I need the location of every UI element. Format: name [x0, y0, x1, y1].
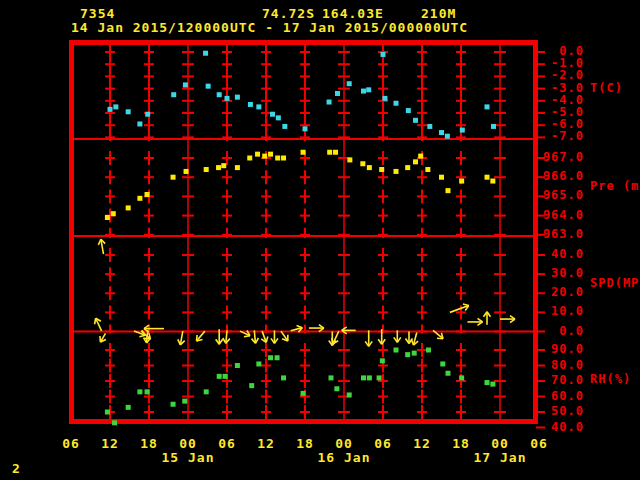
- hour-label: 06: [51, 437, 91, 450]
- temperature-point: [406, 108, 411, 113]
- hour-label: 12: [402, 437, 442, 450]
- pressure-point: [221, 163, 226, 168]
- humidity-tick-label: 80.0: [500, 359, 584, 372]
- temperature-point: [413, 118, 418, 123]
- temperature-point: [217, 92, 222, 97]
- pressure-point: [439, 175, 444, 180]
- temperature-point: [203, 51, 208, 56]
- page-number: 2: [12, 462, 21, 475]
- hour-label: 06: [207, 437, 247, 450]
- wind-arrow: [92, 317, 104, 333]
- humidity-point: [223, 374, 228, 379]
- pressure-point: [413, 159, 418, 164]
- pressure-tick-label: 965.0: [500, 189, 584, 202]
- humidity-point: [440, 361, 445, 366]
- pressure-point: [216, 165, 221, 170]
- humidity-point: [301, 391, 306, 396]
- wind-arrow: [97, 239, 106, 255]
- wind-arrow: [449, 302, 470, 315]
- pressure-point: [111, 211, 116, 216]
- hour-label: 00: [324, 437, 364, 450]
- pressure-point: [235, 165, 240, 170]
- humidity-point: [412, 351, 417, 356]
- temperature-point: [171, 92, 176, 97]
- pressure-point: [425, 167, 430, 172]
- humidity-point: [249, 383, 254, 388]
- humidity-point: [334, 386, 339, 391]
- wind-tick-label: 10.0: [500, 305, 584, 318]
- temperature-point: [394, 101, 399, 106]
- temperature-point: [439, 130, 444, 135]
- pressure-point: [255, 152, 260, 157]
- humidity-tick-label: 90.0: [500, 343, 584, 356]
- hour-label: 00: [480, 437, 520, 450]
- pressure-point: [490, 179, 495, 184]
- humidity-point: [137, 389, 142, 394]
- wind-tick-label: 20.0: [500, 286, 584, 299]
- temperature-point: [206, 84, 211, 89]
- pressure-point: [379, 167, 384, 172]
- humidity-point: [377, 375, 382, 380]
- pressure-point: [137, 196, 142, 201]
- humidity-axis-title: RH(%): [590, 373, 631, 386]
- temperature-point: [485, 104, 490, 109]
- temperature-axis-title: T(C): [590, 82, 623, 95]
- meteogram-screen: 7354 74.72S 164.03E 210M 14 Jan 2015/120…: [0, 0, 640, 480]
- temperature-point: [282, 124, 287, 129]
- humidity-point: [446, 371, 451, 376]
- temperature-point: [137, 121, 142, 126]
- pressure-point: [405, 165, 410, 170]
- humidity-point: [281, 375, 286, 380]
- wind-tick-label: 40.0: [500, 248, 584, 261]
- humidity-tick-label: 50.0: [500, 405, 584, 418]
- humidity-point: [485, 380, 490, 385]
- pressure-point: [367, 165, 372, 170]
- hour-label: 00: [168, 437, 208, 450]
- pressure-point: [459, 179, 464, 184]
- hour-label: 06: [363, 437, 403, 450]
- date-label: 16 Jan: [309, 451, 379, 464]
- pressure-point: [327, 150, 332, 155]
- temperature-point: [248, 102, 253, 107]
- pressure-point: [171, 175, 176, 180]
- wind-arrow: [431, 328, 445, 342]
- temperature-point: [126, 109, 131, 114]
- humidity-tick-label: 60.0: [500, 390, 584, 403]
- temperature-point: [256, 104, 261, 109]
- pressure-point: [105, 215, 110, 220]
- humidity-point: [204, 389, 209, 394]
- temperature-point: [270, 112, 275, 117]
- pressure-point: [275, 156, 280, 161]
- hour-label: 18: [129, 437, 169, 450]
- pressure-tick-label: 964.0: [500, 209, 584, 222]
- wind-axis-title: SPD(MPS): [590, 277, 640, 290]
- temperature-point: [235, 95, 240, 100]
- humidity-point: [347, 392, 352, 397]
- date-label: 15 Jan: [153, 451, 223, 464]
- temperature-point: [427, 124, 432, 129]
- humidity-point: [367, 375, 372, 380]
- temperature-point: [460, 128, 465, 133]
- pressure-tick-label: 966.0: [500, 170, 584, 183]
- wind-arrow: [468, 318, 483, 325]
- temperature-tick-label: -7.0: [500, 130, 584, 143]
- humidity-point: [394, 348, 399, 353]
- pressure-point: [446, 188, 451, 193]
- pressure-point: [204, 167, 209, 172]
- pressure-point: [347, 157, 352, 162]
- temperature-point: [145, 112, 150, 117]
- humidity-point: [145, 389, 150, 394]
- humidity-point: [256, 361, 261, 366]
- humidity-point: [405, 352, 410, 357]
- temperature-point: [445, 134, 450, 139]
- temperature-point: [276, 115, 281, 120]
- hour-label: 12: [246, 437, 286, 450]
- temperature-point: [303, 126, 308, 131]
- humidity-point: [361, 375, 366, 380]
- humidity-point: [459, 375, 464, 380]
- temperature-point: [382, 96, 387, 101]
- wind-arrow: [97, 332, 108, 344]
- wind-tick-label: 30.0: [500, 267, 584, 280]
- wind-arrow: [484, 312, 491, 325]
- humidity-tick-label: 40.0: [500, 421, 584, 434]
